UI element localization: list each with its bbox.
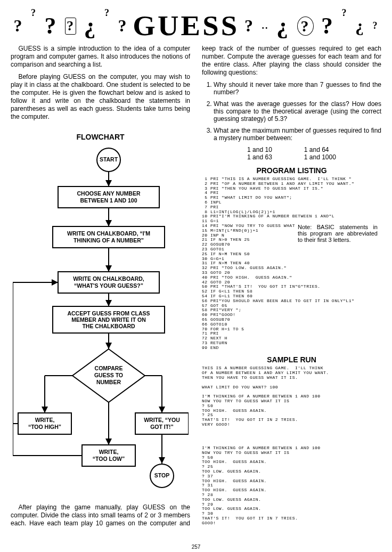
svg-text:“TOO LOW”: “TOO LOW”	[92, 456, 124, 462]
program-listing: 1 PRI "THIS IS A NUMBER GUESSING GAME. I…	[202, 177, 381, 350]
question-2: What was the average guesses for the cla…	[214, 100, 381, 123]
svg-text:WRITE ON CHALKBOARD,: WRITE ON CHALKBOARD,	[73, 275, 144, 282]
intro-para-1: GUESS is a simple introduction to the id…	[11, 45, 190, 69]
svg-text:GUESS TO: GUESS TO	[94, 372, 123, 378]
program-listing-heading: PROGRAM LISTING	[202, 166, 381, 175]
range-1: 1 and 10	[231, 146, 288, 153]
svg-text:COMPARE: COMPARE	[94, 365, 123, 371]
svg-text:BETWEEN 1 AND 100: BETWEEN 1 AND 100	[80, 197, 137, 204]
svg-text:WRITE, “YOU: WRITE, “YOU	[144, 417, 180, 423]
range-4: 1 and 1000	[288, 153, 352, 161]
svg-text:THE CHALKBOARD: THE CHALKBOARD	[82, 323, 135, 329]
svg-text:ACCEPT GUESS FROM CLASS: ACCEPT GUESS FROM CLASS	[67, 310, 150, 316]
svg-text:MEMBER AND WRITE IT ON: MEMBER AND WRITE IT ON	[71, 316, 146, 323]
question-list: Why should it never take more than 7 gue…	[202, 81, 381, 142]
svg-text:STOP: STOP	[154, 472, 169, 478]
page-title: GUESS	[133, 10, 239, 42]
range-3: 1 and 64	[288, 146, 352, 153]
svg-text:WRITE ON CHALKBOARD, “I'M: WRITE ON CHALKBOARD, “I'M	[67, 230, 150, 237]
svg-text:WRITE,: WRITE,	[35, 417, 54, 423]
flowchart-heading: FLOWCHART	[11, 133, 190, 141]
svg-text:NUMBER: NUMBER	[96, 379, 120, 385]
svg-text:THINKING OF A NUMBER”: THINKING OF A NUMBER”	[73, 237, 143, 243]
question-3: What are the maximum number of guesses r…	[214, 127, 381, 142]
intro-para-2: Before playing GUESS on the computer, yo…	[11, 73, 190, 121]
svg-text:“TOO HIGH”: “TOO HIGH”	[28, 424, 61, 430]
title-banner: ? ? ? ? ¿ ? ? GUESS ? .. ¿ ? ? ? ¿ ?	[11, 7, 381, 39]
sample-run: THIS IS A NUMBER GUESSING GAME. I'LL THI…	[202, 366, 381, 525]
svg-text:CHOOSE ANY NUMBER: CHOOSE ANY NUMBER	[77, 190, 140, 197]
flowchart-diagram: START CHOOSE ANY NUMBER BETWEEN 1 AND 10…	[11, 147, 190, 504]
svg-text:GOT IT!”: GOT IT!”	[150, 424, 174, 430]
sample-run-heading: SAMPLE RUN	[202, 355, 381, 364]
svg-text:WRITE,: WRITE,	[99, 449, 118, 455]
svg-text:“WHAT'S YOUR GUESS?”: “WHAT'S YOUR GUESS?”	[74, 282, 143, 289]
question-1: Why should it never take more than 7 gue…	[214, 81, 381, 96]
basic-note: Note: BASIC statements in this program a…	[298, 224, 378, 243]
svg-text:START: START	[99, 156, 118, 163]
ranges-table: 1 and 10 1 and 64 1 and 63 1 and 1000	[231, 146, 352, 161]
range-2: 1 and 63	[231, 153, 288, 161]
page-number: 257	[0, 544, 392, 550]
